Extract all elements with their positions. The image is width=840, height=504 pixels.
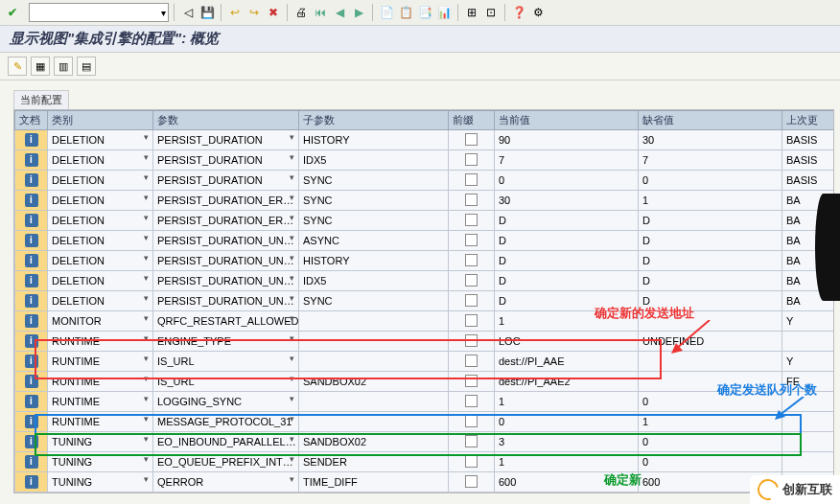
doc-cell[interactable]: i xyxy=(15,130,48,150)
prefix-cell[interactable] xyxy=(449,150,495,171)
table-row[interactable]: i TUNING EO_INBOUND_PARALLEL… SANDBOX02 … xyxy=(15,432,835,452)
prefix-cell[interactable] xyxy=(449,372,495,392)
copy-icon[interactable]: 📋 xyxy=(397,4,414,21)
checkbox-icon[interactable] xyxy=(465,435,478,447)
checkbox-icon[interactable] xyxy=(465,173,478,186)
tool1-icon[interactable]: 📑 xyxy=(416,4,433,21)
doc-cell[interactable]: i xyxy=(15,392,48,412)
param-cell[interactable]: PERSIST_DURATION_ER… xyxy=(153,191,299,211)
doc-cell[interactable]: i xyxy=(15,211,48,231)
cur-cell[interactable]: D xyxy=(495,211,639,231)
sub-cell[interactable]: HISTORY xyxy=(299,130,449,150)
sub-cell[interactable]: SYNC xyxy=(299,171,449,191)
col-cat[interactable]: 类别 xyxy=(48,111,153,130)
save-icon[interactable]: 💾 xyxy=(198,4,216,21)
prefix-cell[interactable] xyxy=(449,332,495,352)
checkbox-icon[interactable] xyxy=(465,153,478,166)
checkbox-icon[interactable] xyxy=(465,234,478,246)
table-row[interactable]: i RUNTIME LOGGING_SYNC 1 0 xyxy=(15,392,835,412)
table-row[interactable]: i RUNTIME IS_URL SANDBOX02 dest://PI_AAE… xyxy=(15,372,835,392)
last-cell[interactable]: BASIS xyxy=(782,150,835,171)
param-cell[interactable]: PERSIST_DURATION_UN… xyxy=(153,231,299,251)
tool2-icon[interactable]: 📊 xyxy=(435,4,453,21)
prefix-cell[interactable] xyxy=(449,432,495,452)
cur-cell[interactable]: dest://PI_AAE xyxy=(495,352,639,372)
def-cell[interactable]: 0 xyxy=(639,432,782,452)
sub-cell[interactable] xyxy=(299,412,449,432)
sub-cell[interactable]: HISTORY xyxy=(299,251,449,271)
doc-cell[interactable]: i xyxy=(15,171,48,191)
param-cell[interactable]: PERSIST_DURATION_UN… xyxy=(153,251,299,271)
checkbox-icon[interactable] xyxy=(465,214,478,226)
back-nav-icon[interactable]: ↩ xyxy=(226,4,244,21)
doc-cell[interactable]: i xyxy=(15,352,48,372)
table-row[interactable]: i DELETION PERSIST_DURATION HISTORY 90 3… xyxy=(15,130,835,150)
table-row[interactable]: i DELETION PERSIST_DURATION_UN… HISTORY … xyxy=(15,251,835,271)
sub-cell[interactable] xyxy=(299,332,449,352)
prefix-cell[interactable] xyxy=(449,251,495,271)
cat-cell[interactable]: RUNTIME xyxy=(48,412,153,432)
cur-cell[interactable]: 0 xyxy=(495,171,639,191)
cat-cell[interactable]: TUNING xyxy=(48,452,153,472)
param-cell[interactable]: QRFC_RESTART_ALLOWED xyxy=(153,311,299,332)
checkbox-icon[interactable] xyxy=(465,395,478,407)
cat-cell[interactable]: DELETION xyxy=(48,271,153,291)
cat-cell[interactable]: DELETION xyxy=(48,291,153,311)
command-field[interactable]: ▾ xyxy=(29,3,169,22)
doc-cell[interactable]: i xyxy=(15,472,48,493)
cur-cell[interactable]: D xyxy=(495,231,639,251)
cur-cell[interactable]: 30 xyxy=(495,191,639,211)
def-cell[interactable]: D xyxy=(639,211,782,231)
param-cell[interactable]: EO_INBOUND_PARALLEL… xyxy=(153,432,299,452)
last-cell[interactable]: BASIS xyxy=(782,130,835,150)
delimit-icon[interactable]: ▤ xyxy=(77,57,96,76)
prefix-cell[interactable] xyxy=(449,472,495,493)
checkbox-icon[interactable] xyxy=(465,415,478,427)
back-icon[interactable]: ◁ xyxy=(179,4,197,21)
cat-cell[interactable]: RUNTIME xyxy=(48,392,153,412)
prefix-cell[interactable] xyxy=(449,191,495,211)
cur-cell[interactable]: D xyxy=(495,271,639,291)
def-cell[interactable]: 0 xyxy=(639,171,782,191)
last-cell[interactable] xyxy=(782,432,835,452)
prev-page-icon[interactable]: ◀ xyxy=(331,4,348,21)
layout2-icon[interactable]: ⊡ xyxy=(482,4,500,21)
sub-cell[interactable]: SYNC xyxy=(299,191,449,211)
col-sub[interactable]: 子参数 xyxy=(299,111,449,130)
sub-cell[interactable]: IDX5 xyxy=(299,150,449,171)
select-all-icon[interactable]: ▦ xyxy=(31,57,50,76)
def-cell[interactable]: D xyxy=(639,231,782,251)
table-row[interactable]: i TUNING QERROR TIME_DIFF 600 600 xyxy=(15,472,835,493)
param-cell[interactable]: QERROR xyxy=(153,472,299,493)
print-icon[interactable]: 🖨 xyxy=(292,4,310,21)
doc-cell[interactable]: i xyxy=(15,432,48,452)
def-cell[interactable]: D xyxy=(639,251,782,271)
sub-cell[interactable] xyxy=(299,311,449,332)
prefix-cell[interactable] xyxy=(449,271,495,291)
checkbox-icon[interactable] xyxy=(465,314,478,327)
cat-cell[interactable]: RUNTIME xyxy=(48,352,153,372)
sub-cell[interactable]: ASYNC xyxy=(299,231,449,251)
param-cell[interactable]: PERSIST_DURATION xyxy=(153,150,299,171)
create-icon[interactable]: 📄 xyxy=(378,4,395,21)
doc-cell[interactable]: i xyxy=(15,452,48,472)
sub-cell[interactable]: SANDBOX02 xyxy=(299,432,449,452)
cat-cell[interactable]: DELETION xyxy=(48,171,153,191)
sub-cell[interactable]: SENDER xyxy=(299,452,449,472)
cat-cell[interactable]: TUNING xyxy=(48,472,153,493)
param-cell[interactable]: PERSIST_DURATION xyxy=(153,171,299,191)
doc-cell[interactable]: i xyxy=(15,412,48,432)
help-icon[interactable]: ❓ xyxy=(510,4,527,21)
param-cell[interactable]: PERSIST_DURATION_UN… xyxy=(153,291,299,311)
cur-cell[interactable]: 0 xyxy=(495,412,639,432)
def-cell[interactable]: 1 xyxy=(639,191,782,211)
cur-cell[interactable]: 3 xyxy=(495,432,639,452)
def-cell[interactable]: D xyxy=(639,271,782,291)
def-cell[interactable]: 0 xyxy=(639,452,782,472)
cat-cell[interactable]: DELETION xyxy=(48,191,153,211)
cur-cell[interactable]: 90 xyxy=(495,130,639,150)
param-cell[interactable]: IS_URL xyxy=(153,352,299,372)
cat-cell[interactable]: RUNTIME xyxy=(48,332,153,352)
prefix-cell[interactable] xyxy=(449,352,495,372)
table-row[interactable]: i DELETION PERSIST_DURATION IDX5 7 7 BAS… xyxy=(15,150,835,171)
